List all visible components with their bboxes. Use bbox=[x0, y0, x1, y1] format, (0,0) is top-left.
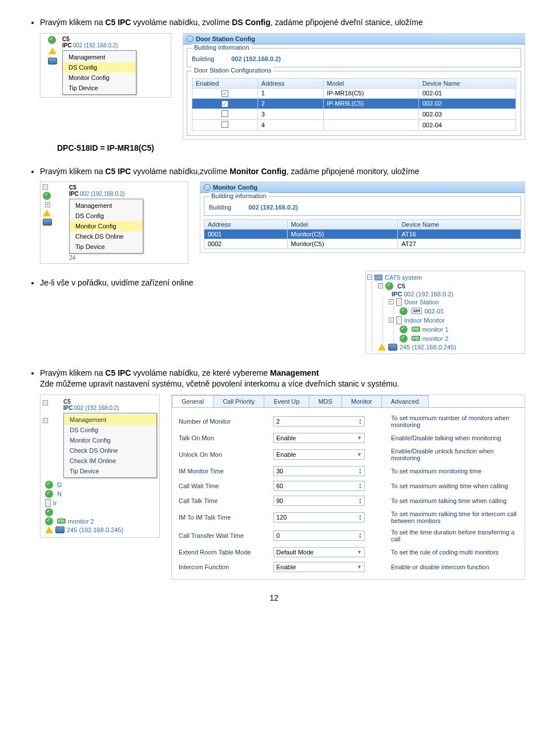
tab-monitor[interactable]: Monitor bbox=[341, 395, 382, 407]
fieldset-building-info: Building information Building 002 (192.1… bbox=[204, 196, 521, 216]
fieldset-title: Door Station Configurations bbox=[192, 67, 273, 74]
spin-down-icon[interactable]: ▼ bbox=[358, 517, 362, 521]
form-hint: To set the rule of coding multi monitors bbox=[391, 549, 518, 556]
menu-item-monitor-config[interactable]: Monitor Config bbox=[70, 221, 143, 231]
input-extend-room-table-mode[interactable]: Default Mode▼ bbox=[273, 547, 365, 557]
table-row[interactable]: ✓1IP-MR18(C5)002-01 bbox=[192, 88, 516, 98]
col-enabled[interactable]: Enabled bbox=[192, 78, 258, 88]
menu-item-management[interactable]: Management bbox=[70, 200, 143, 211]
input-call-transfer-wait-time[interactable]: 0▲▼ bbox=[273, 530, 365, 541]
collapse-icon[interactable]: − bbox=[367, 275, 372, 280]
table-row[interactable]: ✓2IP-MR9L(C5)002-02 bbox=[192, 98, 516, 108]
menu-item-tip-device[interactable]: Tip Device bbox=[70, 242, 143, 252]
input-call-wait-time[interactable]: 60▲▼ bbox=[273, 481, 365, 491]
input-call-talk-time[interactable]: 90▲▼ bbox=[273, 496, 365, 506]
dropdown-caret-icon[interactable]: ▼ bbox=[357, 452, 362, 457]
enabled-checkbox[interactable] bbox=[221, 121, 228, 128]
enabled-checkbox[interactable] bbox=[221, 110, 228, 117]
dropdown-caret-icon[interactable]: ▼ bbox=[357, 549, 362, 555]
ds-table[interactable]: EnabledAddressModelDevice Name✓1IP-MR18(… bbox=[192, 78, 516, 131]
menu-item-management[interactable]: Management bbox=[63, 52, 136, 62]
tab-general[interactable]: General bbox=[172, 395, 213, 407]
context-menu-2[interactable]: ManagementDS ConfigMonitor ConfigCheck D… bbox=[69, 199, 143, 254]
screenshot-tree: − CAT5 system − C5 IPC 002 (192.168.0.2)… bbox=[365, 271, 525, 354]
ok-icon bbox=[385, 282, 393, 290]
col-model[interactable]: Model bbox=[287, 220, 398, 230]
tab-event-up[interactable]: Event Up bbox=[264, 395, 309, 407]
text: Management bbox=[270, 368, 319, 377]
menu-item-monitor-config[interactable]: Monitor Config bbox=[64, 435, 156, 445]
door-icon bbox=[396, 298, 402, 306]
input-talk-on-mon[interactable]: Enable▼ bbox=[273, 433, 365, 443]
collapse-icon[interactable]: − bbox=[389, 299, 394, 304]
table-row[interactable]: 0001Monitor(C5)AT16 bbox=[204, 230, 521, 239]
bullet-ds-config: Pravým klikem na C5 IPC vyvoláme nabídku… bbox=[40, 17, 525, 29]
col-device-name[interactable]: Device Name bbox=[398, 220, 521, 230]
screenshot-monitor-config: Monitor Config Building information Buil… bbox=[200, 182, 525, 253]
col-address[interactable]: Address bbox=[257, 78, 323, 88]
input-im-to-im-talk-time[interactable]: 120▲▼ bbox=[273, 512, 365, 522]
form-hint: To set maximum waiting time when calling bbox=[391, 482, 518, 489]
dropdown-caret-icon[interactable]: ▼ bbox=[357, 435, 362, 441]
ip-label: 002 (192.168.0.2) bbox=[74, 405, 119, 411]
table-row[interactable]: 3002-03 bbox=[192, 108, 516, 119]
col-model[interactable]: Model bbox=[323, 78, 418, 88]
menu-item-check-ds-online[interactable]: Check DS Online bbox=[64, 445, 156, 456]
form-label: Unlock On Mon bbox=[179, 451, 264, 458]
spin-down-icon[interactable]: ▼ bbox=[358, 501, 362, 504]
building-label: Building bbox=[209, 204, 231, 211]
spin-down-icon[interactable]: ▼ bbox=[358, 536, 362, 539]
collapse-icon[interactable]: − bbox=[389, 317, 394, 323]
ipc-node: C5 bbox=[62, 36, 136, 42]
input-im-monitor-time[interactable]: 30▲▼ bbox=[273, 466, 365, 476]
collapse-icon[interactable]: − bbox=[43, 418, 48, 423]
tree-mon1: monitor 1 bbox=[422, 326, 449, 333]
menu-item-tip-device[interactable]: Tip Device bbox=[63, 83, 136, 93]
spin-down-icon[interactable]: ▼ bbox=[358, 471, 362, 474]
table-row[interactable]: 0002Monitor(C5)AT27 bbox=[204, 239, 521, 249]
collapse-icon[interactable]: − bbox=[43, 184, 48, 190]
tab-advanced[interactable]: Advanced bbox=[381, 395, 429, 407]
menu-item-ds-config[interactable]: DS Config bbox=[64, 425, 156, 435]
screenshot-ds-config: Door Station Config Building information… bbox=[183, 33, 525, 140]
tab-mds[interactable]: MDS bbox=[309, 395, 342, 407]
context-menu-3[interactable]: ManagementDS ConfigMonitor ConfigCheck D… bbox=[63, 413, 157, 478]
fieldset-building-info: Building information Building 002 (192.1… bbox=[187, 48, 521, 67]
menu-item-check-im-online[interactable]: Check IM Online bbox=[64, 456, 156, 466]
pc-icon bbox=[55, 526, 65, 533]
menu-item-tip-device[interactable]: Tip Device bbox=[64, 466, 156, 476]
ok-icon bbox=[45, 508, 53, 516]
enabled-checkbox[interactable]: ✓ bbox=[221, 90, 228, 97]
form-hint: Enable/Disable unlock function when moni… bbox=[391, 448, 518, 461]
context-menu-1[interactable]: ManagementDS ConfigMonitor ConfigTip Dev… bbox=[62, 50, 136, 95]
menu-item-monitor-config[interactable]: Monitor Config bbox=[63, 73, 136, 83]
enabled-checkbox[interactable]: ✓ bbox=[221, 100, 228, 107]
table-row[interactable]: 4002-04 bbox=[192, 119, 516, 130]
form-label: Call Transfer Wait Time bbox=[179, 532, 264, 539]
menu-item-check-ds-online[interactable]: Check DS Online bbox=[70, 231, 143, 242]
col-device-name[interactable]: Device Name bbox=[418, 78, 515, 88]
dpc-line: DPC-518ID = IP-MR18(C5) bbox=[57, 143, 525, 152]
input-intercom-function[interactable]: Enable▼ bbox=[273, 562, 365, 572]
form-hint: To set muximum number of monitors when m… bbox=[391, 415, 518, 428]
bullet-management: Pravým klikem na C5 IPC vyvoláme nabídku… bbox=[40, 368, 525, 390]
collapse-icon[interactable]: − bbox=[378, 283, 383, 288]
menu-item-ds-config[interactable]: DS Config bbox=[70, 211, 143, 221]
expand-icon[interactable]: + bbox=[45, 202, 50, 207]
spin-down-icon[interactable]: ▼ bbox=[358, 421, 362, 425]
input-number-of-monitor[interactable]: 2▲▼ bbox=[273, 416, 365, 427]
collapse-icon[interactable]: − bbox=[43, 400, 48, 405]
input-unlock-on-mon[interactable]: Enable▼ bbox=[273, 449, 365, 460]
warning-icon bbox=[49, 47, 57, 54]
text: , zadáme připojené monitory, uložíme bbox=[287, 167, 419, 176]
col-address[interactable]: Address bbox=[204, 220, 288, 230]
tab-call-priority[interactable]: Call Priority bbox=[213, 395, 264, 407]
spin-down-icon[interactable]: ▼ bbox=[358, 486, 362, 489]
menu-item-ds-config[interactable]: DS Config bbox=[63, 62, 136, 73]
warning-icon bbox=[43, 210, 51, 216]
management-tabs[interactable]: GeneralCall PriorityEvent UpMDSMonitorAd… bbox=[172, 395, 525, 408]
dropdown-caret-icon[interactable]: ▼ bbox=[357, 564, 362, 570]
monitor-table[interactable]: AddressModelDevice Name0001Monitor(C5)AT… bbox=[204, 219, 521, 249]
warning-icon bbox=[45, 526, 53, 533]
menu-item-management[interactable]: Management bbox=[64, 415, 156, 425]
